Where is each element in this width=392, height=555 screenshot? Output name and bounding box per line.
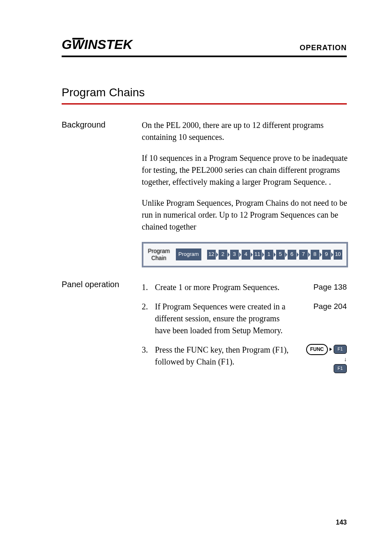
seq-item: 4 — [242, 250, 250, 260]
arrow-icon — [239, 252, 241, 257]
seq-item: 7 — [299, 250, 308, 260]
step-1: 1. Create 1 or more Program Sequences. P… — [142, 281, 347, 293]
section-title: Program Chains — [62, 86, 347, 104]
brand-rest: INSTEK — [84, 37, 132, 52]
seq-item: 5 — [276, 250, 285, 260]
f1-key-icon: F1 — [334, 345, 347, 354]
step-number: 1. — [142, 281, 155, 293]
step-buttons: FUNC F1 ↓ F1 — [306, 344, 347, 373]
step-2: 2. If Program Sequences were created in … — [142, 301, 347, 337]
bg-para-3: Unlike Program Sequences, Program Chains… — [142, 197, 348, 233]
program-chain-diagram: Program Chain Program 12 2 3 4 11 1 5 6 … — [142, 242, 348, 267]
arrow-icon — [285, 252, 287, 257]
seq-item: 8 — [311, 250, 319, 260]
arrow-icon — [216, 252, 218, 257]
step-number: 3. — [142, 344, 155, 368]
seq-item: 10 — [334, 250, 342, 260]
seq-item: 11 — [253, 250, 262, 260]
brand-g: G — [62, 37, 72, 52]
seq-item: 2 — [219, 250, 227, 260]
step-3: 3. Press the FUNC key, then Program (F1)… — [142, 344, 347, 368]
arrow-icon — [320, 252, 322, 257]
panel-operation-label: Panel operation — [62, 279, 142, 375]
brand-w: W — [72, 37, 84, 52]
step-page-ref: Page 138 — [314, 281, 347, 293]
arrow-icon — [274, 252, 276, 257]
f1-key-icon: F1 — [334, 364, 347, 373]
seq-item: 1 — [265, 250, 273, 260]
step-number: 2. — [142, 301, 155, 337]
header-section: OPERATION — [300, 44, 347, 52]
arrow-down-icon: ↓ — [344, 357, 347, 362]
arrow-icon — [228, 252, 230, 257]
bg-para-1: On the PEL 2000, there are up to 12 diff… — [142, 119, 348, 143]
arrow-icon — [297, 252, 299, 257]
arrow-icon — [251, 252, 253, 257]
brand-logo: GWINSTEK — [62, 37, 132, 52]
program-sequence: 12 2 3 4 11 1 5 6 7 8 9 10 — [207, 250, 342, 260]
func-key-icon: FUNC — [306, 344, 328, 355]
arrow-right-icon — [330, 348, 332, 351]
page-number: 143 — [336, 519, 347, 526]
background-content: On the PEL 2000, there are up to 12 diff… — [142, 119, 348, 269]
arrow-icon — [308, 252, 310, 257]
seq-item: 12 — [207, 250, 216, 260]
page-header: GWINSTEK OPERATION — [62, 37, 347, 57]
panel-steps: 1. Create 1 or more Program Sequences. P… — [142, 281, 347, 375]
program-box: Program — [176, 248, 201, 260]
arrow-icon — [262, 252, 264, 257]
arrow-icon — [331, 252, 333, 257]
seq-item: 3 — [230, 250, 239, 260]
chain-label: Program Chain — [148, 248, 170, 262]
background-label: Background — [62, 119, 142, 269]
step-page-ref: Page 204 — [314, 301, 347, 312]
seq-item: 9 — [322, 250, 331, 260]
bg-para-2: If 10 sequences in a Program Sequence pr… — [142, 152, 348, 188]
seq-item: 6 — [288, 250, 296, 260]
